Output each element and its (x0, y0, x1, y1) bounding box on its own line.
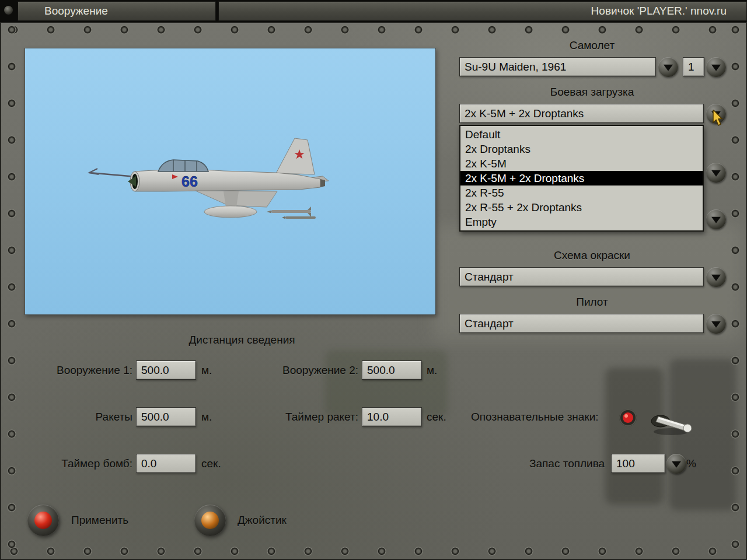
rivet-strip (7, 25, 16, 556)
apply-button-light (34, 512, 52, 529)
paint-select-arrow-button[interactable] (706, 267, 726, 287)
pilot-select-arrow-button[interactable] (706, 314, 726, 334)
rivet-strip (9, 25, 738, 34)
loadout-section-label: Боевая загрузка (459, 85, 725, 99)
aircraft-number: 66 (181, 173, 198, 190)
apply-button-label: Применить (71, 512, 128, 528)
markings-label: Опознавательные знаки: (471, 407, 599, 426)
armament-screen: Вооружение Новичок 'PLAYER.' nnov.ru (0, 0, 747, 560)
weapon1-input[interactable] (136, 360, 196, 380)
weapon2-unit: м. (427, 360, 437, 380)
rocket-timer-input[interactable] (362, 407, 422, 426)
aircraft-image: 66 (25, 48, 437, 316)
rocket-timer-unit: сек. (427, 407, 446, 426)
paint-select[interactable]: Стандарт (459, 267, 704, 286)
aircraft-select[interactable]: Su-9U Maiden, 1961 (459, 57, 656, 76)
fuel-label: Запас топлива (529, 454, 605, 473)
apply-button[interactable] (27, 505, 59, 536)
joystick-button-light (201, 512, 219, 529)
loadout-option[interactable]: 2x R-55 + 2x Droptanks (460, 200, 703, 215)
aircraft-count-field[interactable]: 1 (683, 57, 704, 76)
player-info: Новичок 'PLAYER.' nnov.ru (591, 5, 727, 17)
bomb-timer-label: Таймер бомб: (25, 454, 132, 473)
pilot-section-label: Пилот (459, 295, 725, 309)
top-bar: Вооружение Новичок 'PLAYER.' nnov.ru (0, 0, 747, 22)
rockets-label: Ракеты (25, 407, 132, 426)
rockets-input[interactable] (136, 407, 196, 426)
joystick-button[interactable] (194, 505, 226, 536)
rocket-timer-label: Таймер ракет: (246, 407, 358, 426)
loadout-option[interactable]: 2x Droptanks (460, 142, 703, 156)
aircraft-section-label: Самолет (459, 38, 725, 52)
list-scroll-up-button[interactable] (706, 163, 726, 183)
fuel-unit: % (686, 454, 696, 473)
rivet-strip (731, 25, 740, 556)
player-info-panel: Новичок 'PLAYER.' nnov.ru (218, 1, 747, 21)
screen-title-panel: Вооружение (18, 1, 216, 21)
mouse-cursor (713, 110, 725, 130)
bomb-timer-unit: сек. (201, 454, 221, 473)
weapon1-label: Вооружение 1: (25, 360, 132, 380)
fuel-input[interactable] (611, 454, 665, 473)
fuel-arrow-button[interactable] (666, 454, 686, 474)
loadout-option[interactable]: Empty (460, 215, 703, 229)
list-scroll-down-button[interactable] (706, 209, 726, 229)
screw-icon (4, 6, 13, 15)
loadout-option-selected[interactable]: 2x K-5M + 2x Droptanks (460, 171, 703, 186)
loadout-option[interactable]: Default (460, 127, 703, 142)
weapon1-unit: м. (201, 360, 212, 380)
aircraft-select-arrow-button[interactable] (658, 57, 678, 77)
loadout-select[interactable]: 2x K-5M + 2x Droptanks (459, 104, 704, 123)
main-panel: 66 Самолет Su-9U Maiden, 1961 1 Боевая з… (0, 22, 747, 560)
weapon2-input[interactable] (362, 360, 422, 380)
toggle-switch-graphic (614, 402, 696, 439)
aircraft-count-arrow-button[interactable] (706, 57, 726, 77)
rockets-unit: м. (201, 407, 212, 426)
loadout-option[interactable]: 2x R-55 (460, 186, 703, 200)
loadout-option[interactable]: 2x K-5M (460, 156, 703, 171)
weapon2-label: Вооружение 2: (246, 360, 358, 380)
paint-section-label: Схема окраски (459, 249, 725, 262)
aircraft-preview: 66 (25, 48, 436, 315)
pilot-select[interactable]: Стандарт (459, 314, 704, 333)
loadout-dropdown-list: Default 2x Droptanks 2x K-5M 2x K-5M + 2… (459, 125, 704, 232)
bomb-timer-input[interactable] (136, 454, 196, 473)
screen-title: Вооружение (44, 5, 108, 17)
markings-toggle-switch[interactable] (614, 402, 696, 439)
rivet-strip (9, 547, 738, 556)
convergence-title: Дистанция сведения (141, 334, 343, 346)
joystick-button-label: Джойстик (238, 512, 287, 528)
